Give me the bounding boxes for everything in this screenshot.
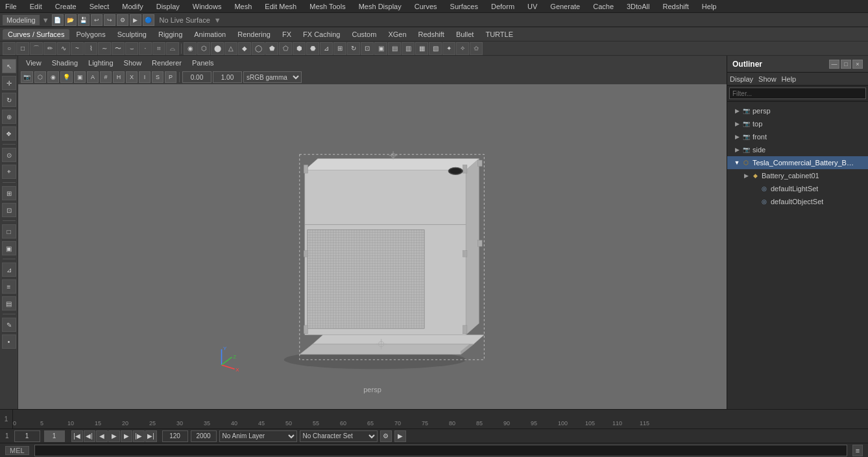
shelf-diamond[interactable]: ◆ xyxy=(238,42,251,55)
tab-polygons[interactable]: Polygons xyxy=(71,29,110,40)
viewport-menu-show[interactable]: Show xyxy=(121,59,145,67)
shelf-arc1[interactable]: ⌒ xyxy=(30,42,43,55)
vp-ctrl-grid[interactable]: # xyxy=(100,71,112,83)
shelf-stitch[interactable]: ▧ xyxy=(429,42,442,55)
next-keyframe-btn[interactable]: |▶ xyxy=(133,430,145,442)
viewport-menu-renderer[interactable]: Renderer xyxy=(149,59,184,67)
new-scene-icon[interactable]: 📄 xyxy=(52,14,64,26)
viewport-menu-lighting[interactable]: Lighting xyxy=(86,59,116,67)
vp-ctrl-xray[interactable]: X xyxy=(126,71,138,83)
shelf-curve1[interactable]: ∿ xyxy=(57,42,70,55)
vp-ctrl-smooth[interactable]: ◉ xyxy=(47,71,59,83)
tree-item-persp[interactable]: ▶ 📷 persp xyxy=(727,104,868,117)
anim-extra-btn[interactable]: ▶ xyxy=(394,430,406,442)
open-scene-icon[interactable]: 📂 xyxy=(65,14,77,26)
attr-editor-btn[interactable]: ≡ xyxy=(2,279,16,294)
rotate-tool-btn[interactable]: ↻ xyxy=(2,93,16,107)
shelf-torus[interactable]: ◯ xyxy=(252,42,265,55)
vp-ctrl-camera[interactable]: 📷 xyxy=(21,71,33,83)
scale-tool-btn[interactable]: ⊕ xyxy=(2,110,16,124)
redo-icon[interactable]: ↪ xyxy=(104,14,115,26)
paint-effects-btn[interactable]: ✎ xyxy=(2,318,16,332)
anim-settings-btn[interactable]: ⚙ xyxy=(380,430,392,442)
tab-bullet[interactable]: Bullet xyxy=(451,29,479,40)
menu-mesh-display[interactable]: Mesh Display xyxy=(356,3,404,10)
menu-windows[interactable]: Windows xyxy=(190,3,224,10)
shelf-planar[interactable]: ▤ xyxy=(388,42,401,55)
shelf-curve7[interactable]: ⌗ xyxy=(152,42,165,55)
shelf-fillet[interactable]: ▥ xyxy=(402,42,415,55)
menu-edit-mesh[interactable]: Edit Mesh xyxy=(262,3,299,10)
shelf-cone[interactable]: △ xyxy=(224,42,237,55)
viewport-menu-panels[interactable]: Panels xyxy=(189,59,217,67)
tab-sculpting[interactable]: Sculpting xyxy=(112,29,152,40)
vp-x-input[interactable] xyxy=(182,71,211,83)
menu-surfaces[interactable]: Surfaces xyxy=(448,3,481,10)
outliner-search[interactable] xyxy=(729,88,866,99)
shelf-extrude[interactable]: ⊞ xyxy=(333,42,346,55)
viewport[interactable]: View Shading Lighting Show Renderer Pane… xyxy=(18,56,727,409)
menu-modify[interactable]: Modify xyxy=(119,3,145,10)
universal-manip-btn[interactable]: ❖ xyxy=(2,126,16,141)
tab-rigging[interactable]: Rigging xyxy=(153,29,187,40)
tab-animation[interactable]: Animation xyxy=(189,29,231,40)
menu-mesh[interactable]: Mesh xyxy=(232,3,254,10)
frame-max-input[interactable] xyxy=(191,430,217,442)
frame-start-input[interactable] xyxy=(14,430,40,442)
vp-ctrl-select-type[interactable]: S xyxy=(152,71,163,83)
shelf-curve3[interactable]: ⌇ xyxy=(84,42,97,55)
vp-y-input[interactable] xyxy=(213,71,242,83)
vp-ctrl-shadow[interactable]: ▣ xyxy=(74,71,86,83)
shelf-birail[interactable]: ⊡ xyxy=(361,42,374,55)
shelf-trim[interactable]: ▦ xyxy=(415,42,428,55)
outliner-menu-display[interactable]: Display xyxy=(730,75,753,83)
vp-ctrl-isolate[interactable]: I xyxy=(139,71,151,83)
vp-ctrl-poly-count[interactable]: P xyxy=(165,71,176,83)
tree-item-side[interactable]: ▶ 📷 side xyxy=(727,143,868,156)
vp-ctrl-wireframe[interactable]: ⬡ xyxy=(34,71,46,83)
snap-to-grid-btn[interactable]: ⊞ xyxy=(2,186,16,200)
render-region-btn[interactable]: □ xyxy=(2,224,16,239)
shelf-boundary[interactable]: ▣ xyxy=(374,42,387,55)
viewport-menu-shading[interactable]: Shading xyxy=(49,59,80,67)
vp-ctrl-aa[interactable]: A xyxy=(87,71,99,83)
select-tool-btn[interactable]: ↖ xyxy=(2,59,16,73)
tree-item-battery-cabinet[interactable]: ▶ ◆ Battery_cabinet01 xyxy=(727,169,868,182)
mode-modeling[interactable]: Modeling xyxy=(3,15,40,25)
outliner-menu-help[interactable]: Help xyxy=(782,75,797,83)
menu-generate[interactable]: Generate xyxy=(548,3,583,10)
render-icon[interactable]: ▶ xyxy=(130,14,141,26)
tab-redshift[interactable]: Redshift xyxy=(413,29,450,40)
menu-cache[interactable]: Cache xyxy=(590,3,616,10)
tab-curves-surfaces[interactable]: Curves / Surfaces xyxy=(3,29,69,40)
vp-ctrl-lights[interactable]: 💡 xyxy=(60,71,73,83)
shelf-revolve[interactable]: ↻ xyxy=(347,42,360,55)
prev-frame-btn[interactable]: ◀ xyxy=(96,430,108,442)
next-frame-btn[interactable]: ▶ xyxy=(121,430,132,442)
shelf-nurbs2[interactable]: ⬠ xyxy=(279,42,292,55)
tree-item-top[interactable]: ▶ 📷 top xyxy=(727,117,868,130)
channel-box-btn[interactable]: ▤ xyxy=(2,296,16,311)
tab-custom[interactable]: Custom xyxy=(347,29,382,40)
tree-item-front[interactable]: ▶ 📷 front xyxy=(727,130,868,143)
shelf-cylinder[interactable]: ⬤ xyxy=(211,42,224,55)
go-to-end-btn[interactable]: ▶| xyxy=(145,430,157,442)
shelf-deform[interactable]: ✩ xyxy=(470,42,483,55)
shelf-loft[interactable]: ⊿ xyxy=(320,42,333,55)
lasso-select-btn[interactable]: ⌖ xyxy=(2,165,16,179)
shelf-nurbs1[interactable]: ⬟ xyxy=(265,42,278,55)
tree-item-tesla-group[interactable]: ▼ ⬡ Tesla_Commercial_Battery_Box_Powerpa… xyxy=(727,156,868,169)
shelf-sculpt[interactable]: ✦ xyxy=(442,42,455,55)
frame-end-input[interactable] xyxy=(162,430,188,442)
shelf-nurbs3[interactable]: ⬢ xyxy=(293,42,306,55)
tree-item-default-light-set[interactable]: ◎ defaultLightSet xyxy=(727,182,868,195)
menu-edit[interactable]: Edit xyxy=(27,3,45,10)
shelf-paint[interactable]: ✧ xyxy=(456,42,469,55)
move-tool-btn[interactable]: ✛ xyxy=(2,76,16,90)
shelf-curve5[interactable]: 〜 xyxy=(112,42,125,55)
mel-expand-btn[interactable]: ≡ xyxy=(852,445,863,456)
anim-layer-select[interactable]: No Anim Layer xyxy=(219,430,297,442)
shelf-curve4[interactable]: ∼ xyxy=(98,42,111,55)
timeline-ruler[interactable]: 0 5 10 15 20 25 30 35 40 45 50 55 60 65 … xyxy=(13,410,868,428)
mel-input[interactable] xyxy=(34,445,847,456)
